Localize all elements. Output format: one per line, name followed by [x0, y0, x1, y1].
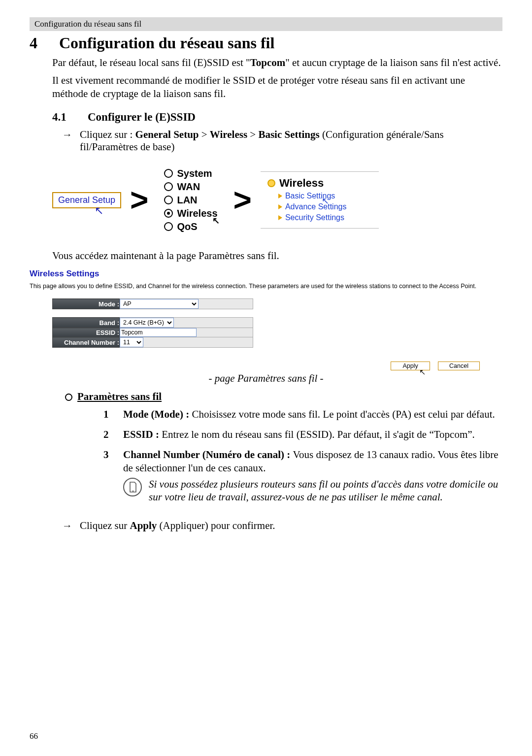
- text: >: [201, 129, 210, 140]
- chevron-right-icon: >: [130, 184, 148, 216]
- item-text: Choisissez votre mode sans fil. Le point…: [192, 408, 495, 420]
- note-icon: [123, 478, 142, 496]
- chapter-number: 4: [30, 34, 49, 52]
- nav-label: Basic Settings: [285, 192, 335, 200]
- wireless-submenu: Wireless Basic Settings ↖ Advance Settin…: [261, 171, 379, 229]
- wireless-settings-form: Mode : AP Band : 2.4 GHz (B+G) ESSID :: [52, 298, 253, 348]
- nav-item-qos[interactable]: QoS: [164, 221, 217, 232]
- svg-point-0: [133, 490, 133, 491]
- psf-heading-row: Paramètres sans fil: [65, 391, 502, 403]
- text: Par défaut, le réseau local sans fil (E)…: [52, 57, 250, 68]
- section-heading: 4.1 Configurer le (E)SSID: [52, 111, 502, 124]
- cancel-button[interactable]: Cancel: [438, 362, 480, 370]
- nav-label: Wireless: [177, 208, 217, 219]
- nav-label: LAN: [177, 195, 197, 206]
- note-text: Si vous possédez plusieurs routeurs sans…: [149, 478, 502, 504]
- radio-off-icon: [164, 169, 173, 178]
- text: (Appliquer) pour confirmer.: [157, 520, 275, 531]
- list-item: Channel Number (Numéro de canal) : Vous …: [103, 446, 502, 509]
- item-term: Channel Number (Numéro de canal) :: [123, 449, 293, 460]
- arrow-icon: →: [62, 520, 75, 532]
- nav-label: Wireless: [279, 177, 324, 190]
- label-mode: Mode :: [53, 299, 120, 309]
- nav-item-system[interactable]: System: [164, 168, 217, 179]
- nav-item-lan[interactable]: LAN: [164, 195, 217, 206]
- text: Cliquez sur :: [80, 129, 135, 140]
- navigation-figure: General Setup ↖ > System WAN LAN Wireles…: [52, 164, 502, 236]
- submenu-security-settings[interactable]: Security Settings: [267, 213, 371, 222]
- breadcrumb-part: General Setup: [135, 129, 199, 140]
- running-header: Configuration du réseau sans fil: [30, 17, 502, 31]
- essid-input[interactable]: [120, 328, 197, 337]
- mode-select[interactable]: AP: [120, 299, 199, 309]
- band-select[interactable]: 2.4 GHz (B+G): [120, 318, 174, 328]
- radio-off-icon: [164, 196, 173, 204]
- section-number: 4.1: [52, 111, 74, 124]
- submenu-advanced-settings[interactable]: Advance Settings: [267, 202, 371, 211]
- text: " et aucun cryptage de la liaison sans f…: [285, 57, 500, 68]
- label-channel: Channel Number :: [53, 337, 120, 348]
- psf-ordered-list: Mode (Mode) : Choisissez votre mode sans…: [103, 406, 502, 509]
- list-item: Mode (Mode) : Choisissez votre mode sans…: [103, 406, 502, 426]
- section-title: Configurer le (E)SSID: [88, 111, 196, 124]
- triangle-icon: [278, 194, 282, 198]
- apply-label: Apply: [130, 520, 157, 531]
- general-setup-button[interactable]: General Setup ↖: [52, 192, 121, 208]
- intro-paragraph-2: Il est vivement recommandé de modifier l…: [52, 74, 502, 100]
- list-item: ESSID : Entrez le nom du réseau sans fil…: [103, 426, 502, 446]
- button-label: Apply: [402, 362, 418, 369]
- chapter-title: Configuration du réseau sans fil: [59, 34, 274, 52]
- item-term: ESSID :: [123, 428, 162, 440]
- cursor-icon: ↖: [95, 204, 103, 217]
- final-step: Cliquez sur Apply (Appliquer) pour confi…: [80, 520, 275, 532]
- default-ssid: Topcom: [250, 57, 286, 68]
- chapter-heading: 4 Configuration du réseau sans fil: [30, 34, 502, 52]
- panel-description: This page allows you to define ESSID, an…: [30, 283, 502, 290]
- nav-label: System: [177, 168, 212, 179]
- note: Si vous possédez plusieurs routeurs sans…: [123, 478, 502, 504]
- psf-heading: Paramètres sans fil: [77, 391, 162, 403]
- triangle-icon: [278, 215, 282, 220]
- intro-paragraph-1: Par défaut, le réseau local sans fil (E)…: [52, 56, 502, 69]
- nav-item-wan[interactable]: WAN: [164, 181, 217, 193]
- submenu-basic-settings[interactable]: Basic Settings ↖: [267, 192, 371, 200]
- figure-caption: - page Paramètres sans fil -: [30, 372, 502, 385]
- arrow-icon: →: [62, 129, 75, 153]
- text: >: [250, 129, 258, 140]
- nav-menu: System WAN LAN Wireless ↖ QoS: [157, 164, 224, 236]
- nav-label: WAN: [177, 181, 200, 193]
- nav-item-wireless[interactable]: Wireless ↖: [164, 208, 217, 219]
- after-nav-text: Vous accédez maintenant à la page Paramè…: [52, 249, 502, 262]
- triangle-icon: [278, 204, 282, 209]
- wireless-settings-panel: Wireless Settings This page allows you t…: [30, 267, 502, 370]
- nav-label: QoS: [177, 221, 197, 232]
- radio-on-icon: [164, 209, 173, 218]
- item-term: Mode (Mode) :: [123, 408, 192, 420]
- button-label: General Setup: [58, 195, 115, 205]
- circle-bullet-icon: [65, 394, 72, 401]
- text: Cliquez sur: [80, 520, 130, 531]
- label-band: Band :: [53, 318, 120, 328]
- radio-off-icon: [164, 222, 173, 231]
- apply-button[interactable]: Apply ↖: [391, 362, 430, 370]
- nav-label: Advance Settings: [285, 202, 347, 211]
- channel-select[interactable]: 11: [120, 337, 143, 347]
- chevron-right-icon: >: [233, 184, 252, 216]
- page-number: 66: [30, 731, 38, 741]
- nav-label: Security Settings: [285, 213, 344, 222]
- breadcrumb-part: Wireless: [210, 129, 247, 140]
- bullet-icon: [267, 179, 275, 187]
- item-text: Entrez le nom du réseau sans fil (ESSID)…: [162, 428, 475, 440]
- panel-title: Wireless Settings: [30, 267, 502, 281]
- radio-off-icon: [164, 182, 173, 191]
- button-label: Cancel: [449, 362, 468, 369]
- wireless-submenu-heading: Wireless: [267, 177, 371, 190]
- breadcrumb-part: Basic Settings: [258, 129, 319, 140]
- label-essid: ESSID :: [53, 328, 120, 337]
- step-click-path: → Cliquez sur : General Setup > Wireless…: [62, 129, 502, 153]
